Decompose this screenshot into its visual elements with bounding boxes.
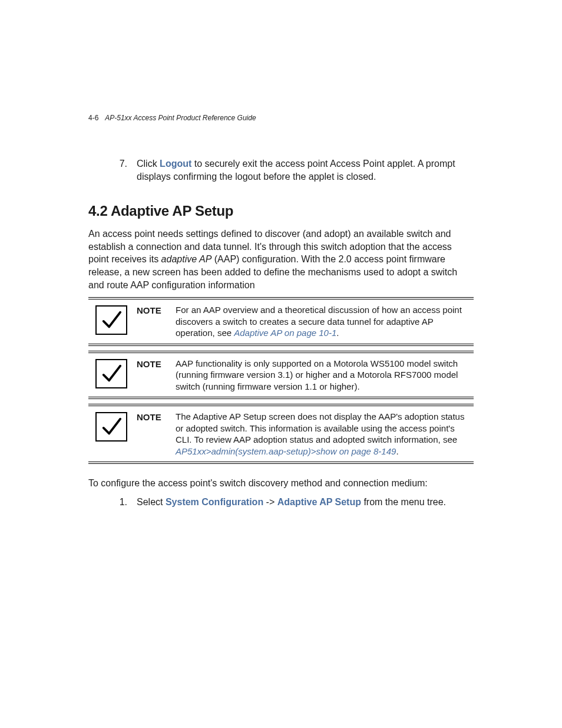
step-text-middle: -> <box>263 497 277 507</box>
page-number: 4-6 <box>88 114 98 122</box>
section-heading: 4.2 Adaptive AP Setup <box>88 203 474 219</box>
post-note-paragraph: To configure the access point's switch d… <box>88 477 474 490</box>
note-label: NOTE <box>137 411 166 422</box>
logout-link[interactable]: Logout <box>160 159 191 169</box>
para-italic-term: adaptive AP <box>161 254 212 264</box>
note-block: NOTE For an AAP overview and a theoretic… <box>88 297 474 346</box>
section-paragraph: An access point needs settings defined t… <box>88 228 474 291</box>
note-text: For an AAP overview and a theoretical di… <box>176 304 470 339</box>
note-label: NOTE <box>137 358 166 369</box>
note-text-a: AAP functionality is only supported on a… <box>176 358 458 391</box>
checkmark-icon <box>95 359 127 388</box>
note-text: The Adaptive AP Setup screen does not di… <box>176 411 470 457</box>
step-7: 7. Click Logout to securely exit the acc… <box>118 157 474 183</box>
document-title: AP-51xx Access Point Product Reference G… <box>105 114 256 122</box>
note-block: NOTE The Adaptive AP Setup screen does n… <box>88 404 474 464</box>
step-text-prefix: Select <box>137 497 166 507</box>
step-body: Click Logout to securely exit the access… <box>137 157 474 183</box>
note-block: NOTE AAP functionality is only supported… <box>88 351 474 400</box>
note-text-b: . <box>396 446 398 456</box>
step-list-upper: 7. Click Logout to securely exit the acc… <box>118 157 474 183</box>
step-1: 1. Select System Configuration -> Adapti… <box>118 496 474 509</box>
doc-link[interactable]: AP51xx>admin(system.aap-setup)>show on p… <box>176 446 396 456</box>
step-list-lower: 1. Select System Configuration -> Adapti… <box>118 496 474 509</box>
note-label: NOTE <box>137 304 166 315</box>
checkmark-icon <box>95 412 127 442</box>
running-header: 4-6 AP-51xx Access Point Product Referen… <box>88 114 474 122</box>
document-page: 4-6 AP-51xx Access Point Product Referen… <box>0 0 562 728</box>
checkmark-icon <box>95 305 127 335</box>
note-text-a: The Adaptive AP Setup screen does not di… <box>176 411 464 444</box>
doc-link[interactable]: Adaptive AP on page 10-1 <box>234 328 336 338</box>
step-body: Select System Configuration -> Adaptive … <box>137 496 474 509</box>
note-text: AAP functionality is only supported on a… <box>176 358 470 393</box>
menu-system-configuration[interactable]: System Configuration <box>166 497 263 507</box>
step-number: 7. <box>118 157 127 183</box>
step-number: 1. <box>118 496 127 509</box>
step-text-suffix: from the menu tree. <box>361 497 446 507</box>
menu-adaptive-ap-setup[interactable]: Adaptive AP Setup <box>277 497 361 507</box>
step-text-prefix: Click <box>137 159 160 169</box>
note-text-b: . <box>336 328 339 338</box>
